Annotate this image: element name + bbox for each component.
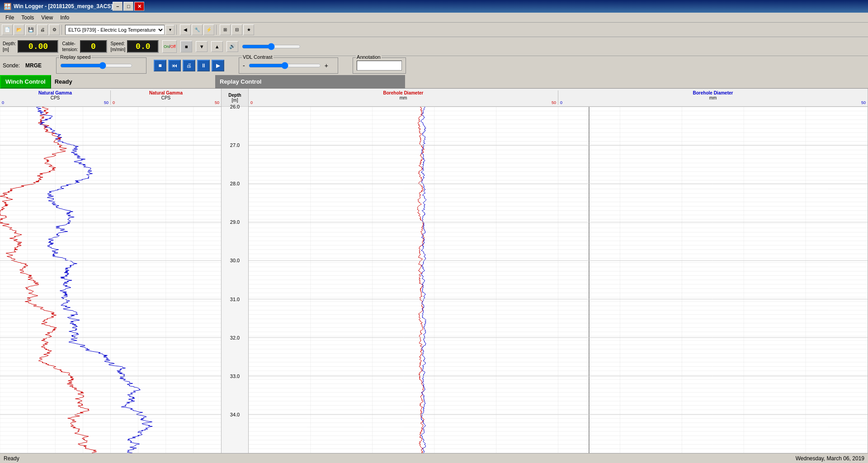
instrument-dropdown[interactable]: ELTG [9739] - Electric Log Temperature: [65, 25, 165, 35]
vdl-plus: +: [325, 62, 328, 69]
depth-label-30.0: 30.0: [223, 258, 246, 263]
depth-label-28.0: 28.0: [223, 181, 246, 186]
depth-label-29.0: 29.0: [223, 219, 246, 225]
replay-control-bar: Replay Control: [215, 75, 405, 89]
replay-speed-slider[interactable]: [60, 62, 132, 69]
menu-view[interactable]: View: [38, 14, 57, 22]
stop-btn[interactable]: ■: [180, 41, 192, 52]
annotation-group: Annotation: [353, 57, 406, 74]
vdl-contrast-label: VDL Contrast: [242, 54, 274, 60]
separator3: [216, 25, 218, 35]
left-track2-min: 0: [113, 100, 115, 105]
speed-display: 0.0: [127, 40, 159, 53]
speed-label-block: Speed: [m/min]: [111, 41, 126, 52]
toolbar: 📄 📂 💾 🖨 ⚙ ELTG [9739] - Electric Log Tem…: [0, 23, 868, 37]
right-track2-min: 0: [560, 100, 562, 105]
depth-scale: 26.027.028.029.030.031.032.033.034.0: [222, 107, 248, 453]
winch-control-button[interactable]: Winch Control: [0, 75, 51, 89]
menu-info[interactable]: Info: [57, 14, 73, 22]
close-button[interactable]: ✕: [134, 2, 144, 11]
vdl-slider[interactable]: [249, 62, 321, 69]
right-chart-body: [249, 107, 868, 453]
left-chart-panel: Natural Gamma CPS 0 50 Natural Gamma CPS…: [0, 89, 222, 453]
play-transport[interactable]: ▶: [212, 60, 224, 71]
left-track2-max: 50: [215, 100, 219, 105]
status-left: Ready: [4, 455, 19, 462]
right-track1-title: Borehole Diameter: [249, 90, 558, 95]
right-chart-panel: Borehole Diameter mm 0 50 Borehole Diame…: [249, 89, 868, 453]
menu-tools[interactable]: Tools: [18, 14, 38, 22]
maximize-button[interactable]: □: [123, 2, 133, 11]
annotation-label: Annotation: [356, 54, 382, 60]
cable-label-block: Cable- tension:: [62, 41, 78, 52]
annotation-input[interactable]: [357, 61, 402, 71]
save-button[interactable]: 💾: [25, 24, 36, 35]
tb-btn6[interactable]: ◀: [180, 24, 191, 35]
left-chart-canvas: [0, 107, 221, 453]
tb-btn8[interactable]: ⚡: [203, 24, 214, 35]
left-track1-unit: CPS: [0, 95, 110, 100]
vdl-minus: -: [243, 62, 245, 69]
tb-btn5[interactable]: ⚙: [49, 24, 60, 35]
tb-btn10[interactable]: ⊟: [231, 24, 242, 35]
right-track1-unit: mm: [249, 95, 558, 100]
sonde-row: Sonde: MRGE Replay speed ■ ⏮ 🖨 ⏸ ▶ VDL C…: [0, 56, 868, 75]
depth-panel-title: Depth: [228, 93, 241, 98]
dropdown-arrow[interactable]: ▾: [165, 25, 175, 35]
speed-slider[interactable]: [242, 43, 301, 50]
cable-label2: tension:: [62, 47, 78, 52]
depth-group: Depth: [m] 0.00: [3, 40, 58, 53]
stop-transport[interactable]: ■: [154, 60, 166, 71]
depth-label-34.0: 34.0: [223, 412, 246, 417]
replay-speed-group: Replay speed: [56, 57, 146, 74]
new-button[interactable]: 📄: [2, 24, 13, 35]
separator2: [176, 25, 178, 35]
sonde-value: MRGE: [25, 62, 42, 69]
rewind-transport[interactable]: ⏮: [168, 60, 181, 71]
depth-label-33.0: 33.0: [223, 373, 246, 379]
right-panel-header: Borehole Diameter mm 0 50 Borehole Diame…: [249, 89, 868, 107]
depth-label: Depth:: [3, 41, 16, 47]
tb-btn9[interactable]: ⊞: [220, 24, 231, 35]
left-panel-header: Natural Gamma CPS 0 50 Natural Gamma CPS…: [0, 89, 221, 107]
up-btn[interactable]: ▲: [211, 41, 223, 52]
app-icon: 🪟: [4, 3, 11, 10]
right-track1-min: 0: [250, 100, 253, 105]
depth-unit: [m]: [3, 47, 16, 52]
depth-label-27.0: 27.0: [223, 142, 246, 148]
sonde-label: Sonde:: [3, 62, 20, 69]
left-chart-body: [0, 107, 221, 453]
left-track1-title: Natural Gamma: [0, 90, 110, 95]
print-transport[interactable]: 🖨: [183, 60, 195, 71]
pause-transport[interactable]: ⏸: [197, 60, 210, 71]
power-toggle[interactable]: On/Off: [162, 40, 177, 53]
winch-bar: Winch Control Ready Replay Control: [0, 75, 868, 89]
print-button[interactable]: 🖨: [37, 24, 48, 35]
left-track1-min: 0: [2, 100, 4, 105]
depth-display: 0.00: [18, 40, 58, 53]
right-track2-max: 50: [861, 100, 866, 105]
menu-file[interactable]: File: [2, 14, 18, 22]
depth-panel-unit: [m]: [232, 98, 238, 103]
right-track2-title: Borehole Diameter: [558, 90, 868, 95]
statusbar: Ready Wednesday, March 06, 2019: [0, 453, 868, 463]
tb-btn7[interactable]: 🔧: [192, 24, 203, 35]
cable-display: 0: [80, 40, 107, 53]
tb-btn11[interactable]: ★: [243, 24, 254, 35]
left-track2-unit: CPS: [111, 95, 221, 100]
speed-label2: [m/min]: [111, 47, 126, 52]
open-button[interactable]: 📂: [14, 24, 24, 35]
down-btn[interactable]: ▼: [196, 41, 208, 52]
right-track2-unit: mm: [558, 95, 868, 100]
speaker-btn[interactable]: 🔊: [226, 41, 238, 52]
left-track1-max: 50: [104, 100, 108, 105]
titlebar-title: Win Logger - [20181205_merge_3ACS]: [14, 3, 113, 9]
minimize-button[interactable]: –: [113, 2, 123, 11]
cable-label1: Cable-: [62, 41, 78, 47]
cable-group: Cable- tension: 0: [62, 40, 107, 53]
menubar: File Tools View Info: [0, 13, 868, 23]
depth-panel: Depth [m] 26.027.028.029.030.031.032.033…: [222, 89, 249, 453]
depth-label-26.0: 26.0: [223, 104, 246, 109]
main-area: Natural Gamma CPS 0 50 Natural Gamma CPS…: [0, 89, 868, 453]
status-right: Wednesday, March 06, 2019: [796, 455, 864, 462]
